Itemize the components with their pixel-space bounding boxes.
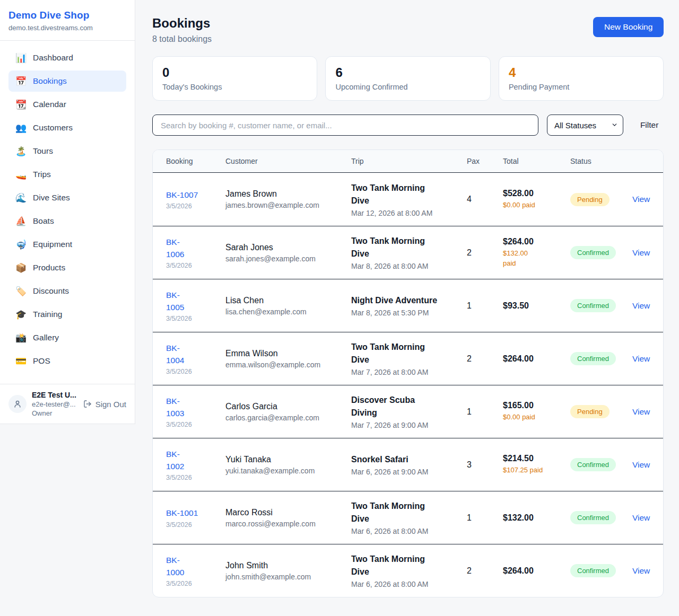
- sidebar-item-gallery[interactable]: 📸 Gallery: [8, 327, 126, 348]
- view-booking-link[interactable]: View: [632, 407, 650, 416]
- view-booking-link[interactable]: View: [632, 566, 650, 575]
- sidebar-item-tours[interactable]: 🏝️ Tours: [8, 140, 126, 162]
- status-cell: Pending: [570, 405, 632, 418]
- stat-card: 6 Upcoming Confirmed: [325, 56, 490, 101]
- user-email: e2e-tester@...: [32, 400, 78, 408]
- credit-card-icon: 💳: [15, 357, 26, 366]
- booking-date: 3/5/2026: [166, 580, 225, 587]
- booking-id-link[interactable]: BK- 1005: [166, 289, 184, 314]
- booking-id-link[interactable]: BK- 1006: [166, 236, 184, 261]
- status-badge: Pending: [570, 405, 610, 418]
- trip-cell: Discover Scuba Diving Mar 7, 2026 at 9:0…: [351, 394, 467, 429]
- sidebar-item-boats[interactable]: ⛵ Boats: [8, 210, 126, 232]
- app-root: Demo Dive Shop demo.test.divestreams.com…: [0, 0, 679, 616]
- pax-count: 1: [467, 407, 503, 417]
- shop-name: Demo Dive Shop: [8, 10, 126, 21]
- user-avatar-icon: [13, 399, 22, 409]
- booking-id-link[interactable]: BK- 1004: [166, 342, 184, 367]
- customer-name: James Brown: [225, 189, 351, 199]
- stat-label: Today's Bookings: [162, 83, 307, 91]
- actions-cell: View: [632, 407, 650, 417]
- view-booking-link[interactable]: View: [632, 354, 650, 363]
- sidebar-item-bookings[interactable]: 📅 Bookings: [8, 71, 126, 92]
- sidebar-item-label: Dive Sites: [33, 193, 70, 203]
- trip-cell: Two Tank Morning Dive Mar 6, 2026 at 8:0…: [351, 553, 467, 588]
- island-icon: 🏝️: [15, 147, 26, 156]
- sidebar-item-label: Trips: [33, 170, 51, 179]
- sidebar-item-label: Calendar: [33, 100, 66, 109]
- status-badge: Confirmed: [570, 246, 616, 259]
- page-header: Bookings 8 total bookings New Booking: [152, 16, 664, 44]
- customer-name: Marco Rossi: [225, 508, 351, 517]
- trip-datetime: Mar 6, 2026 at 9:00 AM: [351, 468, 467, 476]
- booking-id-link[interactable]: BK- 1002: [166, 448, 184, 473]
- new-booking-button[interactable]: New Booking: [593, 17, 664, 37]
- column-header-booking: Booking: [166, 157, 225, 165]
- stat-card: 4 Pending Payment: [499, 56, 664, 101]
- tag-icon: 🏷️: [15, 287, 26, 296]
- customer-cell: James Brown james.brown@example.com: [225, 189, 351, 209]
- customer-name: Carlos Garcia: [225, 402, 351, 411]
- column-header-total: Total: [503, 157, 570, 165]
- view-booking-link[interactable]: View: [632, 513, 650, 522]
- booking-cell: BK-1007 3/5/2026: [166, 189, 225, 210]
- sidebar-item-equipment[interactable]: 🤿 Equipment: [8, 234, 126, 255]
- pax-count: 2: [467, 248, 503, 258]
- customer-cell: Lisa Chen lisa.chen@example.com: [225, 296, 351, 316]
- filter-button[interactable]: Filter: [632, 120, 664, 130]
- status-cell: Confirmed: [570, 458, 632, 471]
- sidebar-item-calendar[interactable]: 📆 Calendar: [8, 94, 126, 115]
- sidebar-item-products[interactable]: 📦 Products: [8, 257, 126, 278]
- table-row: BK- 1000 3/5/2026 John Smith john.smith@…: [153, 544, 663, 597]
- column-header-pax: Pax: [467, 157, 503, 165]
- view-booking-link[interactable]: View: [632, 301, 650, 310]
- booking-cell: BK- 1000 3/5/2026: [166, 554, 225, 588]
- search-input[interactable]: [152, 115, 538, 136]
- bar-chart-icon: 📊: [15, 54, 26, 63]
- customer-cell: Carlos Garcia carlos.garcia@example.com: [225, 402, 351, 422]
- sidebar-item-dashboard[interactable]: 📊 Dashboard: [8, 47, 126, 68]
- booking-id-link[interactable]: BK- 1000: [166, 554, 184, 579]
- pax-count: 1: [467, 301, 503, 311]
- sidebar-item-label: Gallery: [33, 333, 59, 342]
- booking-date: 3/5/2026: [166, 315, 225, 322]
- customer-cell: Sarah Jones sarah.jones@example.com: [225, 243, 351, 263]
- trip-datetime: Mar 7, 2026 at 8:00 AM: [351, 368, 467, 376]
- trip-datetime: Mar 8, 2026 at 5:30 PM: [351, 309, 467, 317]
- sidebar-item-customers[interactable]: 👥 Customers: [8, 117, 126, 138]
- view-booking-link[interactable]: View: [632, 195, 650, 204]
- trip-name: Snorkel Safari: [351, 453, 441, 466]
- trip-datetime: Mar 6, 2026 at 8:00 AM: [351, 527, 467, 535]
- booking-id-link[interactable]: BK-1007: [166, 189, 198, 201]
- sidebar-item-training[interactable]: 🎓 Training: [8, 304, 126, 325]
- sidebar-item-trips[interactable]: 🚤 Trips: [8, 164, 126, 185]
- sidebar-item-discounts[interactable]: 🏷️ Discounts: [8, 280, 126, 302]
- view-booking-link[interactable]: View: [632, 460, 650, 469]
- booking-date: 3/5/2026: [166, 474, 225, 481]
- table-row: BK- 1004 3/5/2026 Emma Wilson emma.wilso…: [153, 332, 663, 385]
- booking-cell: BK- 1002 3/5/2026: [166, 448, 225, 482]
- sidebar-item-dive-sites[interactable]: 🌊 Dive Sites: [8, 187, 126, 208]
- sidebar-item-label: Equipment: [33, 240, 72, 249]
- trip-datetime: Mar 6, 2026 at 8:00 AM: [351, 580, 467, 588]
- tear-off-calendar-icon: 📆: [15, 100, 26, 109]
- package-icon: 📦: [15, 263, 26, 272]
- pax-count: 2: [467, 566, 503, 576]
- trip-cell: Two Tank Morning Dive Mar 7, 2026 at 8:0…: [351, 341, 467, 376]
- status-badge: Confirmed: [570, 299, 616, 312]
- avatar: [8, 395, 27, 413]
- column-header-customer: Customer: [225, 157, 351, 165]
- view-booking-link[interactable]: View: [632, 248, 650, 257]
- booking-id-link[interactable]: BK-1001: [166, 507, 198, 519]
- people-icon: 👥: [15, 124, 26, 133]
- booking-id-link[interactable]: BK- 1003: [166, 395, 184, 420]
- total-amount: $165.00: [503, 401, 570, 410]
- total-cell: $264.00 $132.00 paid: [503, 237, 570, 269]
- table-row: BK-1007 3/5/2026 James Brown james.brown…: [153, 173, 663, 226]
- booking-cell: BK- 1006 3/5/2026: [166, 236, 225, 270]
- sidebar-item-pos[interactable]: 💳 POS: [8, 350, 126, 372]
- graduation-cap-icon: 🎓: [15, 310, 26, 319]
- sign-out-button[interactable]: Sign Out: [83, 400, 126, 409]
- user-name: E2E Test U...: [32, 391, 78, 399]
- status-select[interactable]: All Statuses: [547, 115, 623, 136]
